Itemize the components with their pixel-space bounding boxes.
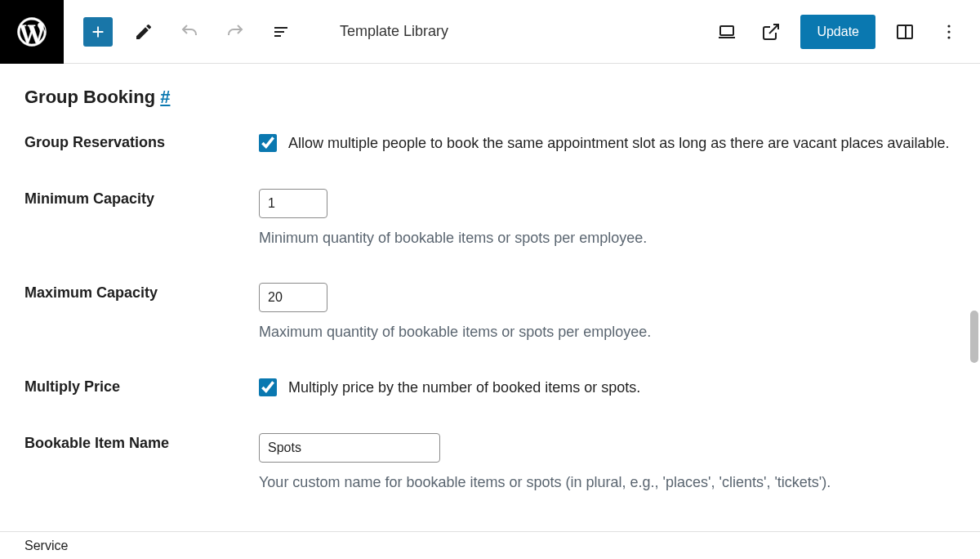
scrollbar-thumb[interactable] [970, 311, 978, 363]
view-external-button[interactable] [756, 17, 786, 47]
external-link-icon [761, 22, 781, 42]
sidebar-toggle-button[interactable] [890, 17, 920, 47]
redo-button[interactable] [220, 17, 250, 47]
wordpress-logo[interactable] [0, 0, 64, 64]
plus-icon [89, 23, 107, 41]
minimum-capacity-control: Minimum quantity of bookable items or sp… [259, 189, 956, 248]
group-reservations-text: Allow multiple people to book the same a… [288, 132, 949, 154]
add-block-button[interactable] [83, 17, 113, 47]
breadcrumb-footer: Service [0, 531, 980, 559]
svg-point-3 [947, 25, 950, 27]
view-desktop-button[interactable] [712, 17, 742, 47]
list-icon [271, 22, 291, 42]
svg-point-5 [947, 36, 950, 38]
laptop-icon [717, 22, 737, 42]
left-tool-group [64, 17, 315, 47]
redo-icon [225, 22, 245, 42]
section-title-text: Group Booking [24, 87, 155, 107]
minimum-capacity-row: Minimum Capacity Minimum quantity of boo… [24, 189, 956, 248]
multiply-price-text: Multiply price by the number of booked i… [288, 377, 640, 399]
maximum-capacity-label: Maximum Capacity [24, 283, 259, 302]
maximum-capacity-help: Maximum quantity of bookable items or sp… [259, 322, 956, 342]
maximum-capacity-input[interactable] [259, 283, 327, 312]
section-anchor-link[interactable]: # [160, 87, 170, 107]
multiply-price-label: Multiply Price [24, 377, 259, 396]
maximum-capacity-control: Maximum quantity of bookable items or sp… [259, 283, 956, 342]
minimum-capacity-help: Minimum quantity of bookable items or sp… [259, 228, 956, 248]
editor-topbar: Template Library Update [0, 0, 980, 64]
bookable-item-name-row: Bookable Item Name Your custom name for … [24, 433, 956, 493]
document-overview-button[interactable] [266, 17, 296, 47]
undo-button[interactable] [175, 17, 204, 47]
group-reservations-label: Group Reservations [24, 132, 259, 151]
pencil-icon [134, 22, 154, 42]
minimum-capacity-label: Minimum Capacity [24, 189, 259, 208]
multiply-price-checkbox[interactable] [259, 378, 277, 396]
group-reservations-row: Group Reservations Allow multiple people… [24, 132, 956, 154]
bookable-item-name-help: Your custom name for bookable items or s… [259, 472, 956, 493]
page-title: Template Library [340, 23, 448, 40]
settings-content: Group Booking # Group Reservations Allow… [0, 64, 980, 531]
undo-icon [180, 22, 199, 42]
options-button[interactable] [934, 17, 964, 47]
svg-point-4 [947, 30, 950, 33]
wordpress-icon [15, 15, 49, 49]
minimum-capacity-input[interactable] [259, 189, 327, 218]
dots-vertical-icon [939, 22, 959, 42]
right-tool-group: Update [712, 15, 980, 49]
breadcrumb-item[interactable]: Service [24, 539, 68, 553]
multiply-price-row: Multiply Price Multiply price by the num… [24, 377, 956, 399]
edit-button[interactable] [129, 17, 158, 47]
update-button[interactable]: Update [800, 15, 875, 49]
title-area: Template Library [315, 23, 712, 40]
bookable-item-name-control: Your custom name for bookable items or s… [259, 433, 956, 493]
group-reservations-checkbox[interactable] [259, 134, 277, 152]
maximum-capacity-row: Maximum Capacity Maximum quantity of boo… [24, 283, 956, 342]
group-reservations-control: Allow multiple people to book the same a… [259, 132, 956, 154]
section-heading: Group Booking # [24, 87, 956, 108]
bookable-item-name-label: Bookable Item Name [24, 433, 259, 452]
panel-icon [895, 22, 915, 42]
bookable-item-name-input[interactable] [259, 433, 440, 463]
svg-rect-0 [720, 26, 733, 35]
multiply-price-control: Multiply price by the number of booked i… [259, 377, 956, 399]
